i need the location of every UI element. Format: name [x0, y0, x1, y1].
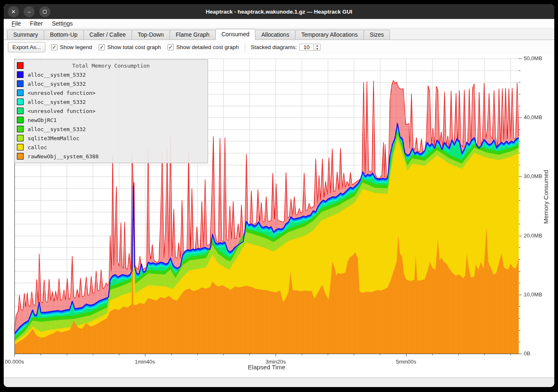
legend-swatch: [17, 126, 24, 132]
legend-swatch: [17, 99, 24, 105]
legend-swatch: [17, 71, 24, 78]
spinbox-buttons: ▲ ▼: [313, 44, 321, 51]
checkbox-show-legend[interactable]: ✓Show legend: [51, 44, 92, 50]
tab-sizes[interactable]: Sizes: [364, 30, 390, 40]
y-tick-label: 0B: [524, 350, 530, 357]
legend-item: <unresolved function>: [14, 88, 208, 97]
legend-title-row: Total Memory Consumption: [14, 61, 208, 70]
legend-item: newObjRC1: [14, 115, 208, 124]
spinbox-value[interactable]: 10: [299, 44, 313, 51]
tab-temporary-allocations[interactable]: Temporary Allocations: [295, 30, 364, 40]
menu-settings[interactable]: Settings: [48, 20, 77, 27]
app-window: ✕ – Heaptrack - heaptrack.wakunode.1.gz …: [4, 4, 554, 387]
legend-item: sqlite3MemMalloc: [14, 134, 208, 143]
tab-flame-graph[interactable]: Flame Graph: [170, 30, 216, 40]
tab-summary[interactable]: Summary: [7, 30, 44, 40]
legend-swatch: [17, 108, 24, 114]
memory-consumption-chart: Total Memory Consumptionalloc__system_53…: [4, 54, 554, 378]
checkbox-box[interactable]: ✓: [99, 44, 105, 50]
checkbox-group: ✓Show legend✓Show total cost graph✓Show …: [51, 44, 239, 50]
legend-label: newObjRC1: [28, 117, 57, 123]
legend-label: Total Memory Consumption: [14, 63, 208, 69]
spin-down-icon[interactable]: ▼: [314, 47, 320, 51]
tab-allocations[interactable]: Allocations: [255, 30, 296, 40]
maximize-square: [43, 10, 47, 14]
legend-label: sqlite3MemMalloc: [28, 135, 79, 141]
legend-label: rawNewObj__system_6388: [28, 153, 99, 160]
window-bottom-margin: [4, 378, 554, 387]
legend-label: calloc: [28, 144, 47, 150]
legend-item: alloc__system_5332: [14, 124, 208, 134]
menu-file[interactable]: File: [8, 20, 25, 27]
x-tick-label: 1min40s: [135, 359, 155, 365]
legend-item: calloc: [14, 143, 208, 152]
tab-top-down[interactable]: Top-Down: [132, 30, 170, 40]
maximize-icon[interactable]: [39, 6, 50, 17]
legend-label: <unresolved function>: [28, 90, 95, 96]
export-as-button[interactable]: Export As...: [8, 42, 45, 52]
legend-label: alloc__system_5332: [28, 81, 86, 87]
legend-swatch: [17, 89, 24, 96]
toolbar-separator: [245, 43, 245, 52]
checkbox-box[interactable]: ✓: [168, 44, 174, 50]
legend-label: alloc__system_5332: [28, 126, 86, 132]
legend-swatch: [17, 144, 24, 150]
legend-swatch: [17, 153, 24, 160]
toolbar: Export As... ✓Show legend✓Show total cos…: [4, 40, 554, 54]
y-tick-label: 40,0MB: [524, 114, 542, 120]
legend-item: alloc__system_5332: [14, 70, 208, 79]
spin-up-icon[interactable]: ▲: [314, 44, 320, 47]
legend-swatch: [17, 80, 24, 87]
tab-bar: SummaryBottom-UpCaller / CalleeTop-DownF…: [4, 28, 554, 40]
tab-caller-callee[interactable]: Caller / Callee: [83, 30, 132, 40]
tab-consumed[interactable]: Consumed: [215, 29, 256, 40]
chart-legend: Total Memory Consumptionalloc__system_53…: [14, 59, 208, 163]
legend-swatch: [17, 117, 24, 123]
x-axis-title: Elapsed Time: [248, 364, 286, 371]
window-controls: ✕ –: [8, 6, 50, 17]
checkbox-label: Show legend: [60, 44, 92, 50]
close-icon[interactable]: ✕: [8, 6, 19, 17]
tab-bottom-up[interactable]: Bottom-Up: [44, 30, 84, 40]
checkbox-label: Show total cost graph: [107, 44, 161, 50]
legend-item: <unresolved function>: [14, 106, 208, 115]
stacked-diagrams-spinbox[interactable]: 10 ▲ ▼: [299, 44, 321, 51]
window-title: Heaptrack - heaptrack.wakunode.1.gz — He…: [4, 9, 554, 15]
legend-label: <unresolved function>: [28, 108, 95, 114]
legend-item: rawNewObj__system_6388: [14, 152, 208, 161]
checkbox-box[interactable]: ✓: [51, 44, 57, 50]
menu-bar: FileFilterSettings: [4, 19, 554, 28]
checkbox-show-total-cost-graph[interactable]: ✓Show total cost graph: [99, 44, 161, 50]
minimize-icon[interactable]: –: [24, 6, 35, 17]
x-tick-label: 00.000s: [5, 359, 24, 365]
title-bar[interactable]: ✕ – Heaptrack - heaptrack.wakunode.1.gz …: [4, 4, 554, 19]
legend-label: alloc__system_5332: [28, 72, 86, 78]
x-tick-label: 5min00s: [396, 359, 416, 365]
y-axis-title: Memory Consumed: [542, 170, 549, 224]
stacked-diagrams-label: Stacked diagrams:: [251, 44, 297, 50]
y-tick-label: 50,0MB: [524, 55, 542, 61]
checkbox-label: Show detailed cost graph: [176, 44, 239, 50]
y-tick-label: 10,0MB: [524, 291, 542, 298]
y-tick-label: 30,0MB: [524, 173, 542, 179]
legend-label: alloc__system_5332: [28, 99, 86, 105]
checkbox-show-detailed-cost-graph[interactable]: ✓Show detailed cost graph: [168, 44, 239, 50]
legend-item: alloc__system_5332: [14, 79, 208, 88]
menu-filter[interactable]: Filter: [26, 20, 47, 27]
y-tick-label: 20,0MB: [524, 232, 542, 239]
legend-swatch: [17, 135, 24, 141]
legend-item: alloc__system_5332: [14, 97, 208, 106]
